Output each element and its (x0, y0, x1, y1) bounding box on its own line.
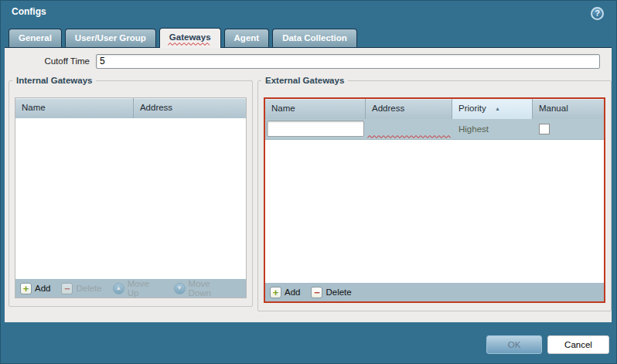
gateway-manual-cell (533, 119, 604, 139)
tab-user-user-group[interactable]: User/User Group (65, 29, 156, 47)
external-gateway-row: Highest (265, 119, 604, 140)
internal-move-up-button[interactable]: ▲ Move Up (113, 279, 163, 298)
internal-add-button[interactable]: + Add (20, 283, 50, 294)
internal-gateways-table-header: Name Address (15, 98, 246, 118)
validation-squiggle-icon (168, 43, 213, 46)
cancel-button[interactable]: Cancel (547, 335, 609, 354)
delete-minus-icon: − (311, 287, 322, 298)
internal-gateways-panel: Internal Gateways Name Address + Add − D… (9, 76, 253, 307)
internal-move-down-button[interactable]: ▼ Move Down (174, 279, 235, 298)
add-plus-icon: + (270, 287, 281, 298)
external-gateways-toolbar: + Add − Delete (265, 283, 604, 301)
sort-ascending-icon: ▲ (495, 99, 500, 118)
internal-column-header-name[interactable]: Name (15, 98, 134, 118)
gateway-name-cell (265, 119, 366, 139)
dialog-button-bar: OK Cancel (1, 322, 616, 363)
cutoff-time-row: Cutoff Time (12, 53, 600, 69)
external-delete-button[interactable]: − Delete (311, 287, 351, 298)
gateway-address-cell[interactable] (366, 119, 452, 139)
gateway-name-input[interactable] (267, 121, 364, 137)
external-gateways-table-header: Name Address Priority ▲ Manual (265, 99, 604, 119)
manual-checkbox[interactable] (539, 124, 550, 134)
add-plus-icon: + (20, 283, 32, 294)
external-gateways-table: Name Address Priority ▲ Manual (264, 97, 605, 303)
tab-gateways-label: Gateways (169, 32, 211, 42)
external-column-header-name[interactable]: Name (265, 99, 366, 119)
internal-gateways-table: Name Address + Add − Delete ▲ Move U (15, 97, 247, 298)
help-icon[interactable]: ? (591, 7, 604, 20)
cutoff-time-input[interactable] (96, 54, 600, 69)
tab-general[interactable]: General (9, 29, 62, 47)
external-gateways-table-body (265, 140, 604, 283)
delete-minus-icon: − (61, 283, 73, 294)
external-gateways-panel-title: External Gateways (261, 76, 348, 85)
configs-dialog: Configs ? General User/User Group Gatewa… (0, 0, 617, 364)
tab-gateways[interactable]: Gateways (159, 28, 221, 48)
move-up-arrow-icon: ▲ (113, 283, 124, 294)
cutoff-time-label: Cutoff Time (12, 56, 90, 66)
move-down-arrow-icon: ▼ (174, 283, 186, 294)
internal-delete-button[interactable]: − Delete (61, 283, 101, 294)
external-column-header-manual[interactable]: Manual (533, 99, 604, 119)
external-column-header-address[interactable]: Address (366, 99, 452, 119)
tab-bar: General User/User Group Gateways Agent D… (9, 27, 360, 47)
tab-agent[interactable]: Agent (224, 29, 270, 47)
internal-gateways-toolbar: + Add − Delete ▲ Move Up ▼ Move Down (15, 279, 246, 298)
ok-button[interactable]: OK (486, 335, 542, 354)
external-column-header-priority[interactable]: Priority ▲ (452, 99, 533, 119)
gateway-priority-cell[interactable]: Highest (452, 119, 533, 139)
address-error-squiggle-icon (367, 135, 451, 139)
internal-gateways-panel-title: Internal Gateways (12, 76, 96, 85)
dialog-title: Configs (12, 6, 46, 17)
external-gateways-panel: External Gateways Name Address Priority … (257, 76, 612, 311)
internal-column-header-address[interactable]: Address (134, 98, 246, 118)
tab-content-gateways: Cutoff Time Internal Gateways Name Addre… (5, 47, 612, 322)
tab-data-collection[interactable]: Data Collection (272, 29, 357, 47)
external-add-button[interactable]: + Add (270, 287, 300, 298)
internal-gateways-table-body (15, 118, 246, 279)
